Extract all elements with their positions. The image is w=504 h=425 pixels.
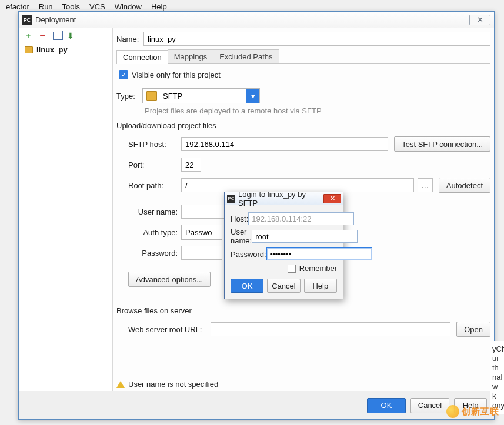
watermark-text: 创新互联: [462, 406, 499, 417]
ok-button[interactable]: OK: [367, 398, 406, 413]
upload-header: Upload/download project files: [116, 121, 490, 130]
sftp-host-label: SFTP host:: [128, 140, 181, 149]
remove-server-icon[interactable]: −: [38, 31, 47, 41]
deploy-icon[interactable]: ⬇: [66, 31, 75, 41]
warning-text: User name is not specified: [128, 380, 218, 389]
chevron-down-icon: ▾: [246, 89, 259, 103]
name-label: Name:: [116, 35, 143, 43]
check-icon: ✓: [119, 70, 128, 79]
auth-type-label: Auth type:: [128, 228, 181, 237]
type-value: SFTP: [161, 92, 246, 101]
username-label: User name:: [128, 208, 181, 216]
name-input[interactable]: [143, 32, 490, 46]
login-password-input[interactable]: [266, 247, 372, 260]
pycharm-icon: PC: [22, 15, 32, 25]
remember-checkbox[interactable]: Remember: [231, 264, 337, 273]
type-combo[interactable]: SFTP ▾: [142, 88, 260, 103]
login-host-label: Host:: [231, 215, 248, 223]
remember-label: Remember: [299, 264, 337, 273]
autodetect-button[interactable]: Autodetect: [439, 178, 490, 193]
web-root-label: Web server root URL:: [128, 325, 211, 334]
visible-only-checkbox[interactable]: ✓ Visible only for this project: [119, 70, 490, 79]
pycharm-icon: PC: [227, 195, 235, 203]
dialog-button-bar: OK Cancel Help: [19, 391, 494, 419]
watermark: 创新互联: [446, 405, 499, 418]
login-help-button[interactable]: Help: [304, 279, 337, 293]
password-label: Password:: [128, 249, 181, 257]
open-web-root-button[interactable]: Open: [456, 322, 490, 337]
login-host-input: [248, 212, 354, 225]
type-hint: Project files are deployed to a remote h…: [145, 106, 490, 115]
sftp-type-icon: [146, 91, 157, 101]
warning-row: User name is not specified: [116, 375, 490, 391]
deployment-title: Deployment: [35, 15, 469, 24]
add-server-icon[interactable]: +: [24, 31, 33, 41]
server-folder-icon: [25, 46, 33, 53]
side-text-fragment: yCh ur th nal w k ony: [490, 341, 504, 414]
config-tabs: Connection Mappings Excluded Paths: [116, 49, 490, 64]
login-close-button[interactable]: ✕: [323, 194, 341, 203]
login-dialog: PC Login to linux_py by SFTP ✕ Host: Use…: [224, 192, 343, 299]
login-user-input[interactable]: [252, 230, 358, 243]
web-root-input[interactable]: [211, 322, 450, 336]
tab-connection[interactable]: Connection: [116, 50, 168, 64]
port-input[interactable]: [181, 158, 201, 172]
root-path-label: Root path:: [128, 181, 181, 190]
advanced-options-button[interactable]: Advanced options...: [128, 272, 211, 287]
test-sftp-button[interactable]: Test SFTP connection...: [394, 136, 490, 152]
login-cancel-button[interactable]: Cancel: [267, 279, 300, 293]
watermark-icon: [446, 405, 459, 418]
copy-server-icon[interactable]: [52, 31, 61, 41]
checkbox-icon: [288, 265, 296, 273]
close-button[interactable]: ✕: [469, 15, 490, 25]
login-titlebar[interactable]: PC Login to linux_py by SFTP ✕: [225, 192, 343, 205]
login-ok-button[interactable]: OK: [231, 279, 263, 293]
deployment-titlebar[interactable]: PC Deployment ✕: [19, 12, 494, 28]
password-input[interactable]: [181, 246, 222, 260]
port-label: Port:: [128, 160, 181, 169]
auth-type-value: Passwo: [182, 228, 222, 237]
visible-only-label: Visible only for this project: [132, 71, 221, 79]
cancel-button[interactable]: Cancel: [410, 398, 449, 413]
login-user-label: User name:: [231, 227, 252, 245]
server-item-label: linux_py: [36, 45, 68, 54]
browse-root-button[interactable]: …: [418, 178, 433, 192]
type-label: Type:: [116, 92, 142, 101]
sftp-host-input[interactable]: [181, 137, 388, 151]
browse-header: Browse files on server: [116, 306, 490, 315]
tab-excluded[interactable]: Excluded Paths: [213, 49, 279, 63]
login-password-label: Password:: [231, 250, 266, 259]
tab-mappings[interactable]: Mappings: [168, 49, 213, 63]
warning-icon: [116, 381, 125, 388]
server-toolbar: + − ⬇: [19, 28, 112, 43]
server-list-panel: + − ⬇ linux_py: [19, 28, 113, 391]
server-item-linux-py[interactable]: linux_py: [19, 43, 112, 56]
login-title-text: Login to linux_py by SFTP: [238, 190, 323, 208]
auth-type-combo[interactable]: Passwo: [181, 225, 222, 240]
